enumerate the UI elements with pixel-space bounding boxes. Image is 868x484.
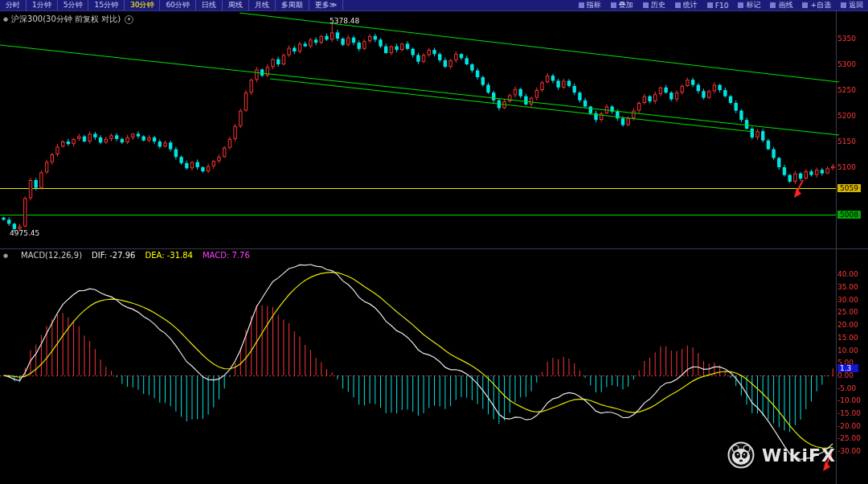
tool-buttons: 指标 叠加 历史 统计 F10 标记 画线 +自选 返回 xyxy=(574,0,868,11)
price-axis-label: 5300 xyxy=(837,60,856,68)
tool-overlay-label: 叠加 xyxy=(619,0,633,10)
price-axis-label: 5100 xyxy=(837,163,856,171)
tab-weekly[interactable]: 周线 xyxy=(223,0,249,10)
tool-statistics[interactable]: 统计 xyxy=(670,0,702,10)
back-icon xyxy=(841,2,846,8)
mark-icon xyxy=(738,2,743,8)
tab-multi-period[interactable]: 多周期 xyxy=(276,0,309,10)
macd-axis-label: 25.00 xyxy=(837,308,858,316)
macd-dif-value: DIF: -27.96 xyxy=(92,251,135,260)
panel-dot-icon: ● xyxy=(3,16,8,23)
trading-app-window: 分时 1分钟 5分钟 15分钟 30分钟 60分钟 日线 周线 月线 多周期 更… xyxy=(0,0,868,484)
tool-indicator[interactable]: 指标 xyxy=(574,0,606,10)
symbol-header: ● 沪深300(30分钟 前复权 对比) ▾ xyxy=(3,14,133,25)
indicator-icon xyxy=(579,2,584,8)
symbol-dropdown-icon[interactable]: ▾ xyxy=(125,15,133,24)
tab-monthly[interactable]: 月线 xyxy=(249,0,276,10)
macd-panel-dot-icon[interactable]: ● xyxy=(3,252,8,259)
macd-axis-label: -5.00 xyxy=(837,384,856,392)
add-watchlist-icon xyxy=(802,2,808,8)
macd-value: MACD: 7.76 xyxy=(203,251,250,260)
tab-30min[interactable]: 30分钟 xyxy=(125,0,160,10)
macd-axis-label: -20.00 xyxy=(837,422,861,430)
price-axis-label: 5150 xyxy=(837,137,856,146)
tool-history-label: 历史 xyxy=(651,0,665,10)
tab-60min[interactable]: 60分钟 xyxy=(160,0,195,10)
macd-axis-label: -15.00 xyxy=(837,409,861,417)
wikifx-panda-logo-icon xyxy=(727,441,755,469)
macd-indicator-row: ● MACD(12,26,9) DIF: -27.96 DEA: -31.84 … xyxy=(3,251,250,260)
macd-axis-label: 20.00 xyxy=(837,321,858,329)
overlay-icon xyxy=(611,2,616,8)
macd-axis-label: 30.00 xyxy=(837,296,858,304)
macd-axis-label: 0.00 xyxy=(837,371,854,379)
tab-more[interactable]: 更多≫ xyxy=(309,0,343,10)
f10-icon xyxy=(707,2,713,8)
macd-axis-label: 10.00 xyxy=(837,347,858,355)
tool-add-watchlist-label: +自选 xyxy=(810,0,831,10)
tab-daily[interactable]: 日线 xyxy=(196,0,223,10)
price-axis-label: 5250 xyxy=(837,86,856,94)
wikifx-watermark-text: WikiFX xyxy=(762,445,836,466)
tool-f10-label: F10 xyxy=(715,2,729,10)
history-icon xyxy=(643,2,649,8)
tab-timeshare[interactable]: 分时 xyxy=(0,0,27,10)
tool-mark-label: 标记 xyxy=(746,0,760,10)
macd-axis-label: 40.00 xyxy=(837,270,858,278)
draw-line-icon xyxy=(770,2,776,8)
tool-statistics-label: 统计 xyxy=(683,0,698,10)
wikifx-watermark: WikiFX xyxy=(727,441,836,469)
tool-back[interactable]: 返回 xyxy=(836,0,868,10)
top-toolbar: 分时 1分钟 5分钟 15分钟 30分钟 60分钟 日线 周线 月线 多周期 更… xyxy=(0,0,868,11)
tool-draw-line[interactable]: 画线 xyxy=(765,0,797,10)
price-axis-label: 5059 xyxy=(837,184,861,192)
macd-axis-label: -30.00 xyxy=(837,447,861,455)
macd-dea-value: DEA: -31.84 xyxy=(145,251,192,260)
tab-5min[interactable]: 5分钟 xyxy=(58,0,89,10)
tool-back-label: 返回 xyxy=(849,0,863,10)
macd-current-value-tag: 1.3 xyxy=(837,364,858,372)
tab-1min[interactable]: 1分钟 xyxy=(27,0,58,10)
macd-indicator-label: MACD(12,26,9) xyxy=(21,251,82,260)
low-price-label: 4975.45 xyxy=(10,229,39,237)
tool-history[interactable]: 历史 xyxy=(638,0,670,10)
high-price-label: 5378.48 xyxy=(330,17,359,25)
tool-add-watchlist[interactable]: +自选 xyxy=(797,0,836,10)
price-axis-label: 5350 xyxy=(837,35,856,43)
macd-axis-label: 15.00 xyxy=(837,334,858,342)
macd-axis-label: -10.00 xyxy=(837,396,861,404)
price-axis-label: 5200 xyxy=(837,112,856,120)
macd-axis-label: -25.00 xyxy=(837,434,861,442)
tool-f10[interactable]: F10 xyxy=(702,2,734,10)
macd-axis-label: 35.00 xyxy=(837,283,858,291)
chart-canvas[interactable] xyxy=(0,0,868,484)
price-axis-label: 5008 xyxy=(837,211,861,219)
tool-draw-line-label: 画线 xyxy=(778,0,792,10)
tab-15min[interactable]: 15分钟 xyxy=(88,0,124,10)
tool-mark[interactable]: 标记 xyxy=(733,0,765,10)
tool-indicator-label: 指标 xyxy=(587,0,601,10)
tool-overlay[interactable]: 叠加 xyxy=(606,0,638,10)
symbol-title: 沪深300(30分钟 前复权 对比) xyxy=(11,14,121,25)
period-tabs: 分时 1分钟 5分钟 15分钟 30分钟 60分钟 日线 周线 月线 多周期 更… xyxy=(0,0,343,11)
statistics-icon xyxy=(675,2,681,8)
